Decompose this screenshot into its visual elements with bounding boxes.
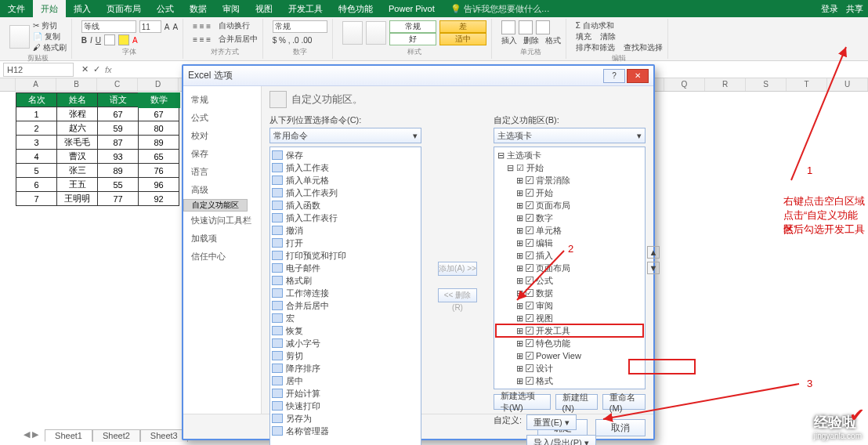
command-item[interactable]: 另存为 (272, 412, 419, 425)
clear-button[interactable]: 清除 (600, 31, 616, 42)
command-item[interactable]: 恢复 (272, 324, 419, 337)
move-down-icon[interactable]: ▼ (647, 262, 660, 274)
checkbox-icon[interactable]: ✓ (526, 327, 533, 335)
add-button[interactable]: 添加(A) >> (438, 262, 477, 276)
table-cell[interactable]: 张程 (57, 107, 98, 121)
checkbox-icon[interactable]: ✓ (526, 314, 533, 322)
tree-item[interactable]: ⊞ ✓ 公式 (496, 274, 643, 287)
dialog-titlebar[interactable]: Excel 选项 ? ✕ (183, 66, 653, 86)
category-item[interactable]: 自定义功能区 (183, 199, 248, 212)
table-cell[interactable]: 7 (16, 192, 57, 206)
command-item[interactable]: 名称管理器 (272, 425, 419, 437)
category-item[interactable]: 加载项 (183, 230, 261, 248)
tab-home[interactable]: 开始 (33, 0, 66, 17)
table-cell[interactable]: 67 (98, 107, 139, 121)
font-name[interactable]: 等线 (81, 20, 136, 33)
rename-button[interactable]: 重命名(M) (602, 394, 646, 410)
tab-review[interactable]: 审阅 (215, 0, 248, 17)
tab-developer[interactable]: 开发工具 (280, 0, 331, 17)
checkbox-icon[interactable]: ✓ (526, 201, 533, 209)
table-cell[interactable]: 4 (16, 150, 57, 164)
checkbox-icon[interactable]: ✓ (526, 251, 533, 259)
table-cell[interactable]: 92 (139, 192, 179, 206)
tree-item[interactable]: ⊞ ✓ 设计 (496, 362, 643, 374)
command-item[interactable]: 插入工作表行 (272, 212, 419, 224)
table-cell[interactable]: 3 (16, 136, 57, 150)
category-item[interactable]: 高级 (183, 181, 261, 199)
font-size[interactable]: 11 (139, 20, 161, 33)
table-cell[interactable]: 89 (139, 136, 179, 150)
autosum-button[interactable]: Σ 自动求和 (576, 20, 614, 31)
commands-list[interactable]: 保存插入工作表插入单元格插入工作表列插入函数插入工作表行撤消打开打印预览和打印电… (269, 147, 421, 445)
command-item[interactable]: 电子邮件 (272, 262, 419, 274)
command-item[interactable]: 打印预览和打印 (272, 249, 419, 262)
new-tab-button[interactable]: 新建选项卡(W) (494, 394, 551, 410)
tree-item[interactable]: ⊞ ✓ 页面布局 (496, 262, 643, 274)
command-item[interactable]: 降序排序 (272, 362, 419, 374)
fill-button[interactable]: 填充 (576, 31, 591, 42)
command-item[interactable]: 插入函数 (272, 199, 419, 212)
enter-icon[interactable]: ✓ (93, 64, 100, 74)
command-item[interactable]: 保存 (272, 149, 419, 161)
table-cell[interactable]: 59 (98, 121, 139, 136)
table-cell[interactable]: 89 (98, 164, 139, 178)
category-item[interactable]: 保存 (183, 145, 261, 163)
command-item[interactable]: 宏 (272, 312, 419, 324)
right-dropdown[interactable]: 主选项卡▾ (494, 128, 646, 143)
checkbox-icon[interactable]: ✓ (526, 176, 533, 184)
tree-item[interactable]: ⊞ ✓ 背景消除 (496, 174, 643, 186)
font-shrink-icon[interactable]: A (172, 23, 178, 31)
table-cell[interactable]: 87 (98, 136, 139, 150)
help-icon[interactable]: ? (603, 69, 625, 83)
table-cell[interactable]: 6 (16, 178, 57, 192)
style-normal[interactable]: 常规 (389, 20, 436, 33)
reset-button[interactable]: 重置(E) ▾ (526, 414, 577, 430)
command-item[interactable]: 格式刷 (272, 274, 419, 287)
checkbox-icon[interactable]: ✓ (526, 264, 533, 272)
checkbox-icon[interactable]: ✓ (526, 339, 533, 347)
tab-file[interactable]: 文件 (0, 0, 33, 17)
paste-button[interactable] (9, 25, 30, 49)
wrap-button[interactable]: 自动换行 (219, 20, 250, 31)
sheet-tab-1[interactable]: Sheet1 (45, 429, 92, 442)
tab-powerpivot[interactable]: Power Pivot (381, 0, 443, 17)
tree-item[interactable]: ⊞ ✓ 开发工具 (496, 324, 643, 337)
sort-button[interactable]: 排序和筛选 (576, 42, 615, 53)
table-cell[interactable]: 77 (98, 192, 139, 206)
checkbox-icon[interactable]: ✓ (526, 289, 533, 297)
command-item[interactable]: 插入单元格 (272, 174, 419, 186)
sheet-tab-2[interactable]: Sheet2 (92, 429, 140, 442)
category-item[interactable]: 语言 (183, 163, 261, 181)
tree-root[interactable]: ⊟ 主选项卡 (496, 149, 643, 161)
table-cell[interactable]: 55 (98, 178, 139, 192)
tab-data[interactable]: 数据 (182, 0, 215, 17)
command-item[interactable]: 合并后居中 (272, 299, 419, 312)
border-icon[interactable] (104, 34, 115, 45)
cut-button[interactable]: ✂ 剪切 (33, 20, 67, 31)
command-item[interactable]: 插入工作表 (272, 161, 419, 174)
name-box[interactable]: H12 (3, 63, 74, 77)
category-item[interactable]: 校对 (183, 127, 261, 145)
delete-cell-icon[interactable] (519, 20, 533, 34)
tree-item[interactable]: ⊞ ✓ 特色功能 (496, 337, 643, 349)
italic-button[interactable]: I (90, 36, 92, 45)
merge-button[interactable]: 合并后居中 (219, 34, 258, 45)
table-cell[interactable]: 67 (139, 107, 179, 121)
command-item[interactable]: 开始计算 (272, 387, 419, 400)
tab-special[interactable]: 特色功能 (331, 0, 381, 17)
font-grow-icon[interactable]: A (165, 23, 170, 31)
command-item[interactable]: 剪切 (272, 349, 419, 362)
category-list[interactable]: 常规公式校对保存语言高级自定义功能区快速访问工具栏加载项信任中心 (183, 86, 262, 414)
tree-item[interactable]: ⊞ ✓ 数字 (496, 212, 643, 224)
find-button[interactable]: 查找和选择 (624, 42, 663, 53)
tree-item[interactable]: ⊞ ✓ 开始 (496, 186, 643, 199)
tab-formulas[interactable]: 公式 (149, 0, 182, 17)
tree-item[interactable]: ⊞ ✓ 格式 (496, 374, 643, 387)
tree-item[interactable]: ⊞ ✓ 页面布局 (496, 199, 643, 212)
command-item[interactable]: 打开 (272, 237, 419, 249)
fx-icon[interactable]: fx (105, 65, 112, 74)
table-cell[interactable]: 2 (16, 121, 57, 136)
checkbox-icon[interactable]: ✓ (526, 352, 533, 360)
table-cell[interactable]: 1 (16, 107, 57, 121)
checkbox-icon[interactable]: ✓ (526, 239, 533, 247)
